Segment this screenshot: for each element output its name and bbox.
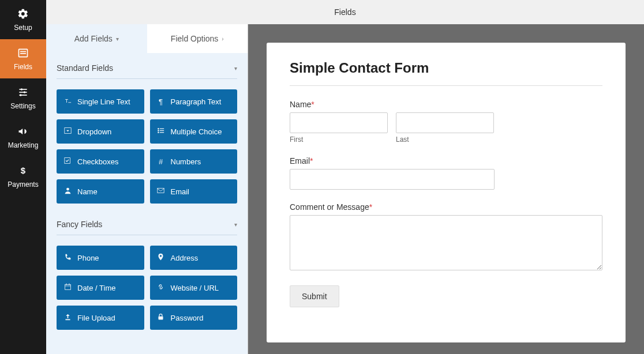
svg-point-4 <box>21 88 23 90</box>
link-icon <box>157 283 165 292</box>
svg-rect-21 <box>158 188 164 193</box>
nav-payments-label: Payments <box>8 180 38 189</box>
field-email-row[interactable]: Email* <box>290 156 602 190</box>
gear-icon <box>17 8 29 21</box>
chevron-right-icon: › <box>222 36 223 42</box>
message-label: Comment or Message* <box>290 202 602 212</box>
bullhorn-icon <box>17 126 29 139</box>
field-name[interactable]: Name <box>57 179 144 204</box>
field-email[interactable]: Email <box>150 179 238 204</box>
left-nav: Setup Fields Settings Marketing $ Paymen… <box>0 0 46 354</box>
nav-settings[interactable]: Settings <box>0 78 46 118</box>
field-message-row[interactable]: Comment or Message* <box>290 202 602 273</box>
tab-add-label: Add Fields <box>74 34 113 43</box>
map-marker-icon <box>157 253 165 262</box>
email-label: Email* <box>290 156 602 165</box>
section-fancy-header[interactable]: Fancy Fields ▾ <box>57 209 237 235</box>
section-standard-title: Standard Fields <box>57 63 113 73</box>
svg-rect-26 <box>158 317 163 320</box>
nav-settings-label: Settings <box>10 102 35 110</box>
svg-point-20 <box>66 188 69 191</box>
svg-text:$: $ <box>21 165 26 175</box>
list-ul-icon <box>157 127 165 136</box>
first-name-input[interactable] <box>290 112 388 133</box>
field-file-upload[interactable]: File Upload <box>57 306 144 330</box>
nav-setup[interactable]: Setup <box>0 0 46 39</box>
svg-rect-22 <box>65 284 70 289</box>
nav-fields-label: Fields <box>14 63 32 71</box>
tab-add-fields[interactable]: Add Fields ▾ <box>46 24 147 53</box>
chevron-down-icon: ▾ <box>234 65 237 71</box>
email-input[interactable] <box>290 169 495 190</box>
lock-icon <box>157 313 165 322</box>
svg-point-15 <box>158 130 159 131</box>
nav-payments[interactable]: $ Payments <box>0 157 46 196</box>
calendar-icon <box>63 283 72 292</box>
field-website[interactable]: Website / URL <box>150 276 238 300</box>
field-datetime[interactable]: Date / Time <box>57 276 144 300</box>
submit-button[interactable]: Submit <box>290 285 339 307</box>
field-phone[interactable]: Phone <box>57 246 144 270</box>
form-preview: Simple Contact Form Name* First Last <box>248 24 644 354</box>
text-icon: T <box>63 97 72 106</box>
name-label: Name* <box>290 100 602 109</box>
dollar-icon: $ <box>17 165 29 178</box>
top-bar: Fields <box>46 0 644 24</box>
user-icon <box>63 187 72 196</box>
upload-icon <box>63 313 72 322</box>
tab-options-label: Field Options <box>171 34 218 43</box>
field-multiple-choice[interactable]: Multiple Choice <box>150 119 238 144</box>
last-name-input[interactable] <box>396 112 494 133</box>
svg-point-8 <box>20 94 21 96</box>
svg-point-6 <box>24 91 25 93</box>
field-name-row[interactable]: Name* First Last <box>290 100 602 144</box>
svg-point-13 <box>158 128 159 129</box>
tab-field-options[interactable]: Field Options › <box>147 24 248 53</box>
nav-marketing[interactable]: Marketing <box>0 118 46 157</box>
field-dropdown[interactable]: Dropdown <box>57 119 144 144</box>
check-square-icon <box>63 157 72 166</box>
section-fancy-title: Fancy Fields <box>57 220 102 229</box>
hash-icon: # <box>157 157 165 166</box>
message-textarea[interactable] <box>290 215 602 270</box>
first-sublabel: First <box>290 135 388 144</box>
field-single-line-text[interactable]: TSingle Line Text <box>57 89 144 114</box>
svg-point-17 <box>158 132 159 133</box>
chevron-down-icon: ▾ <box>116 36 119 42</box>
caret-square-icon <box>63 127 72 136</box>
fields-panel: Add Fields ▾ Field Options › Standard Fi… <box>46 24 248 354</box>
field-checkboxes[interactable]: Checkboxes <box>57 149 144 174</box>
envelope-icon <box>157 187 165 196</box>
sliders-icon <box>17 86 29 100</box>
form-card[interactable]: Simple Contact Form Name* First Last <box>267 43 626 342</box>
page-title: Fields <box>334 7 355 17</box>
field-address[interactable]: Address <box>150 246 238 270</box>
section-standard-header[interactable]: Standard Fields ▾ <box>57 53 237 79</box>
phone-icon <box>63 253 72 262</box>
last-sublabel: Last <box>396 135 494 144</box>
form-icon <box>17 47 29 61</box>
field-paragraph-text[interactable]: ¶Paragraph Text <box>150 89 238 114</box>
nav-setup-label: Setup <box>14 24 32 32</box>
nav-fields[interactable]: Fields <box>0 39 46 78</box>
form-title: Simple Contact Form <box>290 60 602 86</box>
svg-text:T: T <box>65 98 68 104</box>
field-password[interactable]: Password <box>150 306 238 330</box>
field-numbers[interactable]: #Numbers <box>150 149 238 174</box>
nav-marketing-label: Marketing <box>8 141 39 149</box>
chevron-down-icon: ▾ <box>234 221 237 228</box>
paragraph-icon: ¶ <box>157 97 165 106</box>
